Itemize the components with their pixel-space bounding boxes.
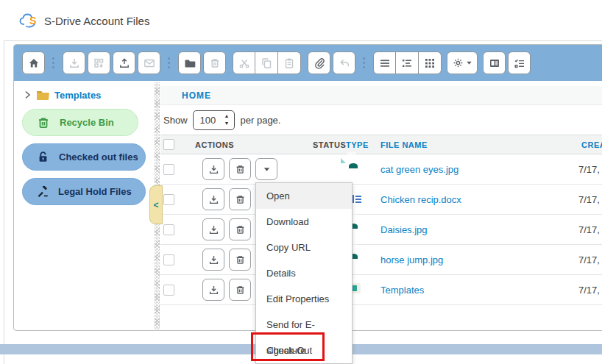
undo-arrow-icon [339, 57, 350, 69]
paste-button[interactable] [278, 51, 301, 74]
menu-item-edit-properties[interactable]: Edit Properties [256, 286, 352, 312]
menu-item-check-out[interactable]: Check-Out [256, 338, 352, 363]
file-name-link[interactable]: horse jump.jpg [380, 254, 443, 265]
email-button[interactable] [138, 51, 160, 74]
row-delete-button[interactable] [229, 188, 251, 210]
settings-button[interactable] [447, 51, 478, 74]
collapse-chevron-icon: < [153, 200, 158, 210]
card-view-icon [489, 57, 500, 69]
file-name-link[interactable]: Chicken recip.docx [380, 194, 461, 205]
trash-icon [235, 254, 246, 265]
caret-down-icon [263, 165, 271, 174]
row-delete-button[interactable] [229, 158, 251, 180]
row-actions-dropdown-button[interactable] [255, 158, 277, 180]
cut-button[interactable] [233, 51, 255, 74]
lock-icon [37, 151, 49, 163]
download-icon [208, 254, 219, 265]
row-delete-button[interactable] [229, 218, 251, 240]
toolbar-separator [362, 55, 365, 71]
row-checkbox[interactable] [163, 254, 174, 265]
multi-download-button[interactable] [88, 51, 110, 74]
delete-button[interactable] [203, 51, 226, 74]
list-view-button[interactable] [373, 51, 396, 74]
column-header-file-name[interactable]: FILE NAME [380, 140, 428, 149]
menu-item-download[interactable]: Download [256, 209, 352, 235]
page-size-stepper[interactable]: 100 ▲ ▼ [193, 110, 235, 130]
row-delete-button[interactable] [229, 249, 251, 271]
created-date: 7/17, [578, 194, 600, 205]
email-icon [144, 57, 155, 69]
row-checkbox[interactable] [163, 194, 174, 205]
created-date: 7/17, [578, 164, 600, 175]
file-name-link[interactable]: Templates [380, 285, 424, 296]
file-name-link[interactable]: cat green eyes.jpg [380, 164, 458, 175]
header-divider [4, 40, 602, 41]
chevron-right-icon [24, 90, 31, 99]
gear-icon [453, 57, 464, 68]
column-header-created[interactable]: CREA [581, 140, 602, 149]
menu-item-open[interactable]: Open [256, 183, 352, 209]
detail-view-button[interactable] [396, 51, 419, 74]
created-date: 7/17, [578, 285, 600, 296]
home-button[interactable] [22, 51, 45, 74]
row-download-button[interactable] [202, 188, 224, 210]
sidebar-item-templates[interactable]: Templates [24, 88, 101, 102]
folder-yellow-icon [36, 90, 49, 101]
upload-button[interactable] [113, 51, 135, 74]
download-icon [208, 224, 219, 235]
download-icon [68, 57, 80, 69]
s-drive-logo-icon: S [19, 13, 41, 29]
show-label: Show [163, 115, 188, 126]
row-download-button[interactable] [202, 279, 224, 301]
per-page-label: per page. [241, 115, 281, 126]
multi-download-icon [93, 57, 105, 69]
clipboard-icon [283, 57, 295, 69]
trash-icon [235, 224, 246, 235]
row-delete-button[interactable] [229, 279, 251, 301]
copy-button[interactable] [255, 51, 278, 74]
column-header-actions: ACTIONS [195, 140, 234, 149]
templates-folder-label: Templates [54, 90, 101, 101]
download-button[interactable] [63, 51, 85, 74]
row-checkbox[interactable] [163, 285, 174, 296]
menu-item-copy-url[interactable]: Copy URL [256, 235, 352, 260]
paperclip-icon [314, 57, 325, 69]
trash-icon [235, 194, 246, 205]
menu-item-details[interactable]: Details [256, 260, 352, 286]
grid-view-button[interactable] [419, 51, 442, 74]
sidebar-collapse-handle[interactable]: < [149, 185, 163, 224]
list-icon [379, 57, 391, 69]
attach-button[interactable] [308, 51, 330, 74]
row-checkbox[interactable] [163, 164, 174, 175]
column-header-status: STATUS [313, 140, 346, 149]
select-all-checkbox[interactable] [163, 139, 174, 150]
row-download-button[interactable] [202, 218, 224, 240]
spinner-down-icon[interactable]: ▼ [224, 120, 230, 127]
checked-out-files-button[interactable]: Checked out files [22, 143, 146, 171]
detail-list-icon [401, 57, 413, 69]
s-drive-window: S S-Drive Account Files [0, 0, 602, 364]
preview-pane-button[interactable] [483, 51, 506, 74]
row-download-button[interactable] [202, 158, 224, 180]
copy-icon [261, 57, 272, 69]
new-folder-button[interactable] [178, 51, 201, 74]
row-checkbox[interactable] [163, 224, 174, 235]
toolbar-separator [52, 55, 54, 71]
file-name-link[interactable]: Daisies.jpg [380, 224, 428, 235]
undo-button[interactable] [333, 51, 355, 74]
page-size-value[interactable]: 100 [200, 115, 216, 126]
menu-item-send-for-esignature[interactable]: Send for E-signature [256, 312, 352, 338]
checked-out-files-label: Checked out files [59, 151, 138, 163]
column-header-type[interactable]: TYPE [346, 140, 369, 149]
scissors-icon [238, 57, 250, 69]
legal-hold-files-button[interactable]: Legal Hold Files [22, 178, 146, 205]
upload-icon [118, 57, 130, 69]
row-download-button[interactable] [202, 249, 224, 271]
page-left-border [4, 40, 4, 364]
breadcrumb-home[interactable]: HOME [182, 90, 211, 101]
recycle-bin-button[interactable]: Recycle Bin [22, 109, 138, 136]
select-all-button[interactable] [508, 51, 531, 74]
caret-down-icon [466, 60, 472, 66]
download-icon [208, 194, 219, 205]
spinner-up-icon[interactable]: ▲ [224, 113, 230, 120]
